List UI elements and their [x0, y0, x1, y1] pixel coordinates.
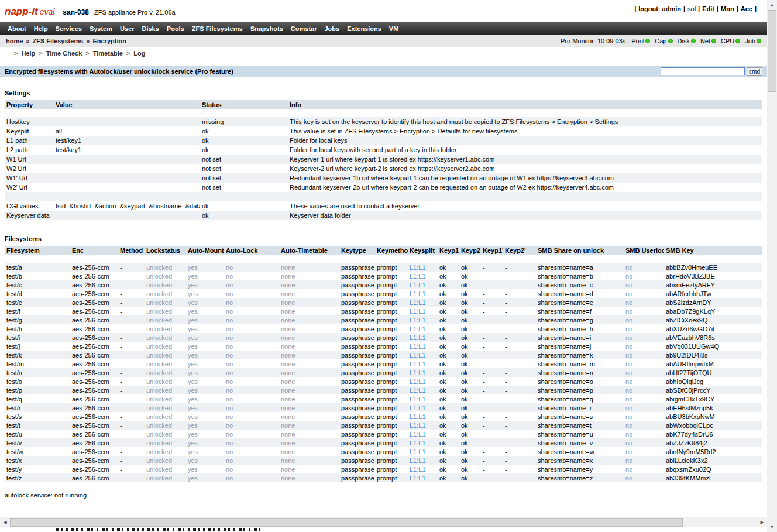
nav-item-system[interactable]: System	[90, 25, 112, 32]
fs-cell-lockstatus[interactable]: unlocked	[145, 386, 186, 394]
fs-cell-lockstatus[interactable]: unlocked	[145, 351, 186, 359]
nav-item-help[interactable]: Help	[34, 25, 48, 32]
fs-cell-keysplit[interactable]: L1:L1	[408, 438, 438, 447]
nav-item-about[interactable]: About	[8, 25, 26, 32]
fs-cell-lockstatus[interactable]: unlocked	[145, 456, 186, 465]
scroll-down-icon[interactable]: ▼	[767, 522, 777, 532]
monitor-indicator-disk[interactable]: Disk	[678, 37, 696, 44]
fs-cell-lockstatus[interactable]: unlocked	[145, 263, 186, 272]
breadcrumb-link-encryption[interactable]: Encryption	[92, 37, 126, 44]
fs-cell-lockstatus[interactable]: unlocked	[145, 447, 186, 456]
fs-cell-lockstatus[interactable]: unlocked	[145, 272, 186, 280]
submenu-link-help[interactable]: Help	[21, 50, 35, 57]
fs-cell-lockstatus[interactable]: unlocked	[145, 280, 186, 289]
fs-cell-keysplit[interactable]: L1:L1	[408, 359, 438, 368]
fs-cell-keysplit[interactable]: L1:L1	[408, 394, 438, 403]
submenu-link-time-check[interactable]: Time Check	[46, 50, 82, 57]
fs-cell-smb-key: abhIoQlqlJcg	[664, 377, 762, 386]
fs-cell-lockstatus[interactable]: unlocked	[145, 307, 186, 315]
monitor-indicator-job[interactable]: Job	[745, 37, 761, 44]
fs-cell-lockstatus[interactable]: unlocked	[145, 465, 186, 473]
fs-cell-lockstatus[interactable]: unlocked	[145, 377, 186, 386]
fs-cell-keysplit[interactable]: L1:L1	[408, 430, 438, 438]
fs-cell-lockstatus[interactable]: unlocked	[145, 359, 186, 368]
fs-cell-keysplit[interactable]: L1:L1	[408, 403, 438, 412]
nav-item-jobs[interactable]: Jobs	[324, 25, 339, 32]
nav-item-services[interactable]: Services	[56, 25, 82, 32]
fs-cell-keysplit[interactable]: L1:L1	[408, 386, 438, 394]
fs-row: test/saes-256-ccm-unlockedyesnononepassp…	[5, 412, 762, 421]
fs-cell-smb-key: abK77dy4sDrU6	[664, 430, 762, 438]
fs-cell-keysplit[interactable]: L1:L1	[408, 333, 438, 342]
fs-cell-keysplit[interactable]: L1:L1	[408, 368, 438, 377]
fs-cell-keysplit[interactable]: L1:L1	[408, 412, 438, 421]
session-link-mon[interactable]: Mon	[721, 5, 734, 12]
monitor-indicator-pool[interactable]: Pool	[631, 37, 650, 44]
scroll-left-icon[interactable]: ◀	[0, 517, 10, 527]
session-link-acc[interactable]: Acc	[741, 5, 752, 12]
session-link-edit[interactable]: Edit	[702, 5, 714, 12]
fs-cell-lockstatus[interactable]: unlocked	[145, 315, 186, 324]
fs-cell-lockstatus[interactable]: unlocked	[145, 421, 186, 430]
fs-cell-auto-timetable: none	[279, 394, 339, 403]
fs-cell-keysplit[interactable]: L1:L1	[408, 298, 438, 307]
fs-cell-lockstatus[interactable]: unlocked	[145, 394, 186, 403]
fs-cell-lockstatus[interactable]: unlocked	[145, 333, 186, 342]
nav-item-user[interactable]: User	[120, 25, 134, 32]
cmd-button[interactable]: cmd	[747, 67, 762, 76]
fs-cell-lockstatus[interactable]: unlocked	[145, 298, 186, 307]
fs-cell-keysplit[interactable]: L1:L1	[408, 307, 438, 315]
breadcrumb-link-zfs-filesystems[interactable]: ZFS Filesystems	[32, 37, 83, 44]
fs-cell-keysplit[interactable]: L1:L1	[408, 377, 438, 386]
monitor-indicator-net[interactable]: Net	[700, 37, 716, 44]
nav-item-pools[interactable]: Pools	[167, 25, 184, 32]
fs-cell-keysplit[interactable]: L1:L1	[408, 342, 438, 351]
fs-cell-keysplit[interactable]: L1:L1	[408, 289, 438, 298]
vertical-scrollbar[interactable]: ▲ ▼	[767, 0, 777, 532]
fs-cell-lockstatus[interactable]: unlocked	[145, 412, 186, 421]
fs-cell-keysplit[interactable]: L1:L1	[408, 456, 438, 465]
session-link-sol[interactable]: sol	[687, 5, 696, 12]
monitor-indicator-cpu[interactable]: CPU	[721, 37, 740, 44]
fs-cell-keysplit[interactable]: L1:L1	[408, 315, 438, 324]
fs-cell-keysplit[interactable]: L1:L1	[408, 465, 438, 473]
settings-cell-status: not set	[200, 155, 288, 164]
nav-item-extensions[interactable]: Extensions	[347, 25, 381, 32]
nav-item-disks[interactable]: Disks	[142, 25, 159, 32]
fs-cell-keysplit[interactable]: L1:L1	[408, 324, 438, 333]
nav-item-vm[interactable]: VM	[389, 25, 399, 32]
scroll-up-icon[interactable]: ▲	[767, 0, 777, 10]
status-dot-green-icon	[757, 39, 761, 43]
fs-cell-keysplit[interactable]: L1:L1	[408, 447, 438, 456]
fs-cell-lockstatus[interactable]: unlocked	[145, 438, 186, 447]
fs-cell-keysplit[interactable]: L1:L1	[408, 272, 438, 280]
submenu-link-timetable[interactable]: Timetable	[93, 50, 123, 57]
fs-cell-lockstatus[interactable]: unlocked	[145, 430, 186, 438]
nav-item-snapshots[interactable]: Snapshots	[250, 25, 283, 32]
fs-cell-lockstatus[interactable]: unlocked	[145, 368, 186, 377]
nav-item-comstar[interactable]: Comstar	[291, 25, 317, 32]
fs-cell-keysplit[interactable]: L1:L1	[408, 351, 438, 359]
submenu-link-log[interactable]: Log	[133, 50, 145, 57]
clipped-text-fragment	[56, 528, 260, 531]
monitor-indicator-cap[interactable]: Cap	[655, 37, 672, 44]
fs-cell-keyp2-prime: -	[503, 456, 536, 465]
fs-cell-keysplit[interactable]: L1:L1	[408, 473, 438, 482]
command-input[interactable]	[661, 67, 745, 75]
vertical-scroll-thumb[interactable]	[768, 10, 776, 92]
fs-cell-lockstatus[interactable]: unlocked	[145, 289, 186, 298]
horizontal-scrollbar[interactable]: ◀ ▶	[0, 517, 767, 527]
fs-row: test/iaes-256-ccm-unlockedyesnononepassp…	[5, 333, 762, 342]
fs-cell-keysplit[interactable]: L1:L1	[408, 280, 438, 289]
session-link-logout-admin[interactable]: logout: admin	[638, 5, 681, 12]
fs-cell-lockstatus[interactable]: unlocked	[145, 473, 186, 482]
scroll-right-icon[interactable]: ▶	[757, 517, 767, 527]
fs-cell-lockstatus[interactable]: unlocked	[145, 342, 186, 351]
fs-cell-keysplit[interactable]: L1:L1	[408, 263, 438, 272]
breadcrumb-link-home[interactable]: home	[6, 37, 23, 44]
fs-cell-lockstatus[interactable]: unlocked	[145, 403, 186, 412]
nav-item-zfs-filesystems[interactable]: ZFS Filesystems	[192, 25, 243, 32]
fs-cell-lockstatus[interactable]: unlocked	[145, 324, 186, 333]
fs-cell-keysplit[interactable]: L1:L1	[408, 421, 438, 430]
horizontal-scroll-thumb[interactable]	[10, 518, 683, 527]
